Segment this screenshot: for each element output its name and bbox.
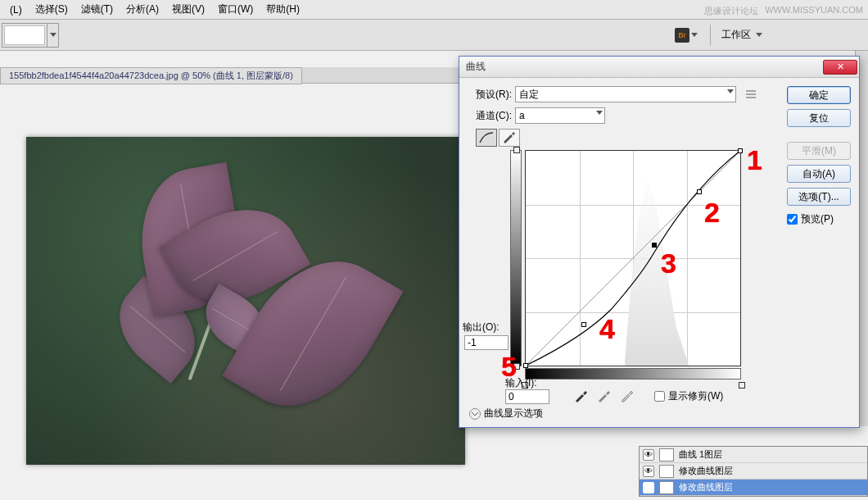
svg-line-3 xyxy=(526,151,740,366)
channel-value: a xyxy=(519,110,525,121)
curve-tool-button[interactable] xyxy=(476,129,497,147)
layer-row[interactable]: 👁 修改曲线图层 xyxy=(640,463,867,480)
curve-icon xyxy=(479,132,494,143)
show-clipping-label: 显示修剪(W) xyxy=(668,389,723,403)
curves-graph[interactable]: 1 2 3 4 5 xyxy=(525,150,741,366)
annotation-5: 5 xyxy=(501,351,517,383)
channel-select[interactable]: a xyxy=(515,107,605,124)
dialog-titlebar[interactable]: 曲线 ✕ xyxy=(459,57,859,78)
output-label: 输出(O): xyxy=(463,320,500,334)
layer-label: 修改曲线图层 xyxy=(679,465,733,477)
chevron-down-icon xyxy=(472,411,478,417)
dialog-title: 曲线 xyxy=(466,60,823,74)
curve-point-5[interactable] xyxy=(523,363,528,368)
preset-menu-button[interactable] xyxy=(744,88,757,101)
show-clipping-checkbox[interactable] xyxy=(654,391,665,402)
reset-button[interactable]: 复位 xyxy=(787,109,851,127)
layers-panel: 👁 曲线 1图层 👁 修改曲线图层 👁 修改曲线图层 xyxy=(639,446,868,497)
annotation-2: 2 xyxy=(704,197,720,229)
layer-label: 曲线 1图层 xyxy=(679,448,722,461)
eyedropper-gray-icon[interactable] xyxy=(597,388,612,402)
curve-options-label: 曲线显示选项 xyxy=(484,407,543,420)
watermark-url: WWW.MISSYUAN.COM xyxy=(765,5,863,17)
input-gradient[interactable] xyxy=(525,368,741,380)
input-field[interactable]: 0 xyxy=(505,389,549,404)
preset-select[interactable]: 自定 xyxy=(515,86,736,102)
ok-button[interactable]: 确定 xyxy=(787,86,851,104)
layer-label: 修改曲线图层 xyxy=(679,481,733,493)
smooth-button[interactable]: 平滑(M) xyxy=(787,142,851,160)
curve-line xyxy=(526,151,740,366)
bridge-button[interactable]: Br xyxy=(669,25,705,46)
curve-point-2[interactable] xyxy=(697,189,702,194)
pencil-icon xyxy=(503,131,516,144)
options-button[interactable]: 选项(T)... xyxy=(787,188,851,206)
layer-thumb xyxy=(659,465,674,478)
preview-label: 预览(P) xyxy=(801,212,834,226)
annotation-4: 4 xyxy=(599,313,615,345)
visibility-toggle[interactable]: 👁 xyxy=(643,482,654,493)
menu-analyze[interactable]: 分析(A) xyxy=(120,1,165,18)
output-gradient[interactable] xyxy=(510,150,522,366)
menu-view[interactable]: 视图(V) xyxy=(165,1,211,18)
curve-point-3[interactable] xyxy=(652,243,657,248)
canvas-image xyxy=(26,137,465,465)
menu-l[interactable]: (L) xyxy=(3,2,29,17)
layer-thumb xyxy=(659,481,674,494)
auto-button[interactable]: 自动(A) xyxy=(787,165,851,183)
curve-options-toggle[interactable] xyxy=(469,408,481,420)
preset-label: 预设(R): xyxy=(469,88,512,102)
curve-point-4[interactable] xyxy=(581,322,586,327)
annotation-1: 1 xyxy=(747,144,762,176)
close-button[interactable]: ✕ xyxy=(823,60,857,75)
preview-checkbox[interactable] xyxy=(787,214,798,225)
layer-thumb xyxy=(659,448,674,461)
eyedropper-black-icon[interactable] xyxy=(574,388,589,402)
channel-label: 通道(C): xyxy=(469,109,512,123)
menu-filter[interactable]: 滤镜(T) xyxy=(75,1,120,18)
bridge-icon: Br xyxy=(675,28,689,43)
visibility-toggle[interactable]: 👁 xyxy=(643,449,654,461)
workspace-label: 工作区 xyxy=(721,28,751,42)
pencil-tool-button[interactable] xyxy=(499,129,520,147)
layer-row[interactable]: 👁 修改曲线图层 xyxy=(640,480,867,496)
document-tab[interactable]: 155fbb2fbdea1f4544f4a20a44723dcea.jpg @ … xyxy=(0,67,302,84)
menu-help[interactable]: 帮助(H) xyxy=(260,1,306,18)
watermark-forum: 思缘设计论坛 xyxy=(704,5,758,17)
watermark: 思缘设计论坛 WWW.MISSYUAN.COM xyxy=(704,5,863,17)
close-icon: ✕ xyxy=(837,61,844,72)
preset-value: 自定 xyxy=(519,88,539,102)
brush-preset[interactable] xyxy=(2,23,59,48)
menu-window[interactable]: 窗口(W) xyxy=(211,1,260,18)
layer-row[interactable]: 👁 曲线 1图层 xyxy=(640,447,867,463)
output-field[interactable]: -1 xyxy=(464,335,509,350)
visibility-toggle[interactable]: 👁 xyxy=(643,466,654,477)
curve-point-1[interactable] xyxy=(738,148,743,153)
eyedropper-white-icon[interactable] xyxy=(620,388,635,402)
options-toolbar: Br 工作区 xyxy=(0,20,868,51)
workspace-dropdown[interactable]: 工作区 xyxy=(716,25,770,45)
menu-select[interactable]: 选择(S) xyxy=(29,1,75,18)
curves-dialog: 曲线 ✕ 预设(R): 自定 通道(C): a xyxy=(459,56,860,428)
annotation-3: 3 xyxy=(661,248,676,280)
dialog-button-column: 确定 复位 平滑(M) 自动(A) 选项(T)... 预览(P) xyxy=(787,86,851,226)
